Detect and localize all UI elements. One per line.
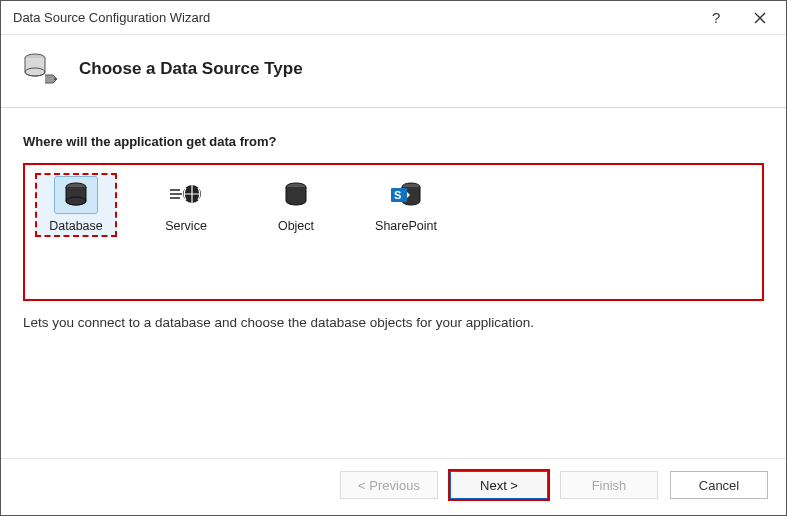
option-sharepoint[interactable]: S SharePoint <box>365 173 447 237</box>
wizard-footer: < Previous Next > Finish Cancel <box>1 458 786 515</box>
wizard-header: Choose a Data Source Type <box>1 35 786 107</box>
option-label: SharePoint <box>375 219 437 233</box>
option-object[interactable]: Object <box>255 173 337 237</box>
help-icon: ? <box>710 10 722 26</box>
service-icon <box>165 177 207 213</box>
help-button[interactable]: ? <box>694 3 738 33</box>
window-title: Data Source Configuration Wizard <box>13 10 210 25</box>
titlebar: Data Source Configuration Wizard ? <box>1 1 786 35</box>
titlebar-controls: ? <box>694 3 782 33</box>
database-icon <box>55 177 97 213</box>
option-service[interactable]: Service <box>145 173 227 237</box>
svg-rect-5 <box>54 78 57 80</box>
option-description: Lets you connect to a database and choos… <box>23 315 764 330</box>
svg-text:S: S <box>394 189 401 201</box>
datasource-icon <box>21 49 61 89</box>
option-label: Object <box>278 219 314 233</box>
option-label: Service <box>165 219 207 233</box>
option-label: Database <box>49 219 103 233</box>
wizard-content: Where will the application get data from… <box>1 107 786 458</box>
object-icon <box>275 177 317 213</box>
wizard-step-title: Choose a Data Source Type <box>79 59 303 79</box>
next-button[interactable]: Next > <box>450 471 548 499</box>
cancel-button[interactable]: Cancel <box>670 471 768 499</box>
data-source-options: Database Service <box>23 163 764 301</box>
sharepoint-icon: S <box>385 177 427 213</box>
svg-point-7 <box>66 197 86 205</box>
finish-button[interactable]: Finish <box>560 471 658 499</box>
close-button[interactable] <box>738 3 782 33</box>
previous-button[interactable]: < Previous <box>340 471 438 499</box>
svg-text:?: ? <box>712 10 720 26</box>
wizard-window: Data Source Configuration Wizard ? Choos… <box>0 0 787 516</box>
close-icon <box>754 12 766 24</box>
prompt-label: Where will the application get data from… <box>23 134 764 149</box>
option-database[interactable]: Database <box>35 173 117 237</box>
